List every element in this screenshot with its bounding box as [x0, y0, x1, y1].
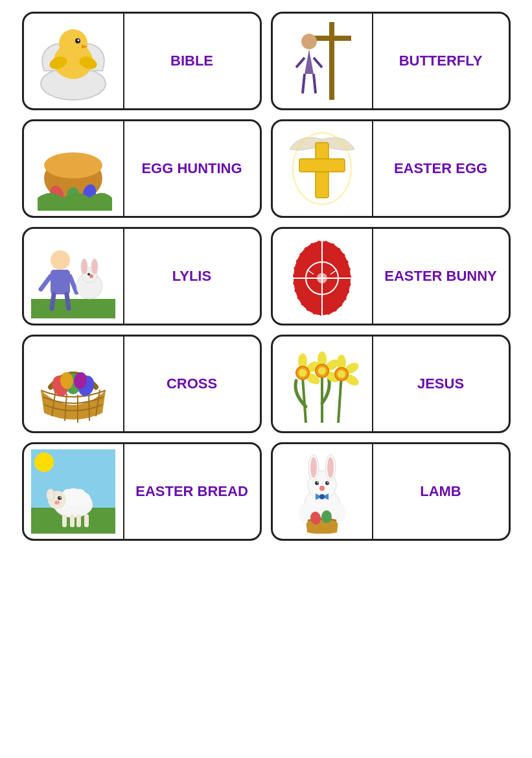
card-label-basket: CROSS — [124, 337, 260, 431]
card-image-cross-carry — [273, 14, 373, 108]
card-image-chick — [24, 14, 124, 108]
row-1: EGG HUNTINGEASTER EGG — [6, 119, 526, 218]
card-label-chick: BIBLE — [124, 14, 260, 108]
card-child-bunny: LYLIS — [22, 227, 262, 326]
row-0: BIBLEBUTTERFLY — [6, 12, 526, 110]
card-label-cross-carry: BUTTERFLY — [373, 14, 509, 108]
card-image-lamb — [24, 444, 124, 539]
card-label-red-egg: EASTER BUNNY — [373, 229, 509, 324]
card-image-egg-basket — [24, 121, 124, 216]
card-label-bunny-basket: LAMB — [373, 444, 509, 539]
card-cross-carry: BUTTERFLY — [271, 12, 511, 110]
card-image-daffodils — [273, 337, 373, 431]
card-label-daffodils: JESUS — [373, 337, 509, 431]
card-label-child-bunny: LYLIS — [124, 229, 260, 324]
card-label-egg-basket: EGG HUNTING — [124, 121, 260, 216]
card-gold-cross: EASTER EGG — [271, 119, 511, 218]
card-image-gold-cross — [273, 121, 373, 216]
card-image-bunny-basket — [273, 444, 373, 539]
card-image-red-egg — [273, 229, 373, 324]
card-basket: CROSS — [22, 335, 262, 433]
row-3: CROSSJESUS — [6, 335, 526, 433]
card-daffodils: JESUS — [271, 335, 511, 433]
card-chick: BIBLE — [22, 12, 262, 110]
card-red-egg: EASTER BUNNY — [271, 227, 511, 326]
card-image-basket — [24, 337, 124, 431]
card-label-gold-cross: EASTER EGG — [373, 121, 509, 216]
row-4: EASTER BREADLAMB — [6, 442, 526, 541]
row-2: LYLISEASTER BUNNY — [6, 227, 526, 326]
card-image-child-bunny — [24, 229, 124, 324]
card-bunny-basket: LAMB — [271, 442, 511, 541]
cards-container: BIBLEBUTTERFLYEGG HUNTINGEASTER EGGLYLIS… — [6, 12, 526, 541]
card-label-lamb: EASTER BREAD — [124, 444, 260, 539]
card-lamb: EASTER BREAD — [22, 442, 262, 541]
card-egg-basket: EGG HUNTING — [22, 119, 262, 218]
